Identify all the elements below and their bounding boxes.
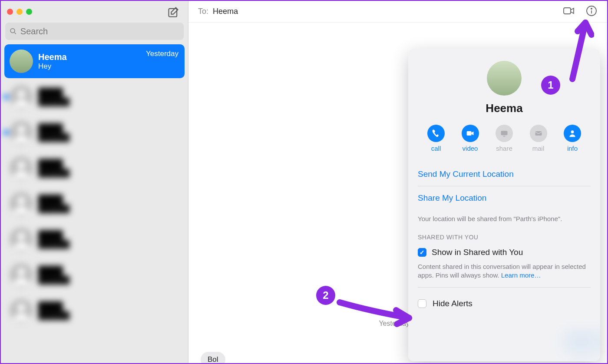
svg-rect-0 xyxy=(169,9,177,17)
compose-button[interactable] xyxy=(167,6,179,18)
avatar xyxy=(10,85,33,109)
hide-alerts-row[interactable]: Hide Alerts xyxy=(418,288,591,313)
mail-icon xyxy=(534,129,543,138)
maximize-window-button[interactable] xyxy=(26,9,32,15)
conversation-item: ██████████ xyxy=(4,294,185,328)
learn-more-link[interactable]: Learn more… xyxy=(501,271,541,279)
conversation-preview: Hey xyxy=(38,62,179,71)
conversation-header: To: Heema xyxy=(188,1,607,23)
call-button[interactable]: call xyxy=(421,125,451,152)
phone-icon xyxy=(432,129,440,138)
shared-with-you-section: SHARED WITH YOU xyxy=(418,234,591,245)
svg-rect-13 xyxy=(501,131,508,135)
annotation-arrow-2 xyxy=(335,294,422,328)
avatar xyxy=(10,156,33,180)
show-in-shared-row[interactable]: Show in Shared with You xyxy=(418,245,591,262)
hide-alerts-label: Hide Alerts xyxy=(433,299,473,308)
window-controls xyxy=(7,9,32,15)
conversation-item: ██████████ xyxy=(4,80,185,114)
conversation-item: ██████████ xyxy=(4,116,185,149)
contact-avatar xyxy=(487,61,522,96)
share-my-location-link[interactable]: Share My Location xyxy=(418,186,591,210)
incoming-message: Bol xyxy=(201,352,225,364)
conversation-item: ██████████ xyxy=(4,187,185,221)
search-icon xyxy=(10,27,17,35)
svg-rect-9 xyxy=(564,8,571,14)
app-window: Heema Hey Yesterday ██████████ █████████… xyxy=(1,1,607,363)
annotation-arrow-1 xyxy=(551,14,594,83)
avatar xyxy=(10,228,33,251)
to-name: Heema xyxy=(213,7,238,16)
share-screen-icon xyxy=(500,129,509,138)
person-icon xyxy=(568,129,577,138)
search-input[interactable] xyxy=(20,26,179,36)
conversation-item: ██████████ xyxy=(4,258,185,292)
avatar xyxy=(10,192,33,215)
video-icon xyxy=(466,129,475,138)
mail-button: mail xyxy=(524,125,553,152)
contact-actions: call video share mail xyxy=(418,125,591,162)
send-current-location-link[interactable]: Send My Current Location xyxy=(418,162,591,186)
svg-point-8 xyxy=(17,304,25,311)
avatar xyxy=(10,121,33,144)
svg-point-7 xyxy=(17,268,25,276)
conversation-item: ██████████ xyxy=(4,222,185,256)
to-label: To: xyxy=(198,7,208,16)
annotation-badge-1: 1 xyxy=(541,76,560,95)
location-hint: Your location will be shared from "Parth… xyxy=(418,210,591,234)
svg-point-5 xyxy=(17,197,25,205)
svg-point-4 xyxy=(17,161,25,169)
minimize-window-button[interactable] xyxy=(17,9,23,15)
svg-point-11 xyxy=(591,8,592,9)
conversation-item[interactable]: Heema Hey Yesterday xyxy=(4,44,185,78)
show-in-shared-checkbox[interactable] xyxy=(418,248,426,257)
svg-point-1 xyxy=(10,29,15,33)
close-window-button[interactable] xyxy=(7,9,13,15)
conversation-time: Yesterday xyxy=(146,50,178,58)
annotation-badge-2: 2 xyxy=(316,286,335,305)
contact-name: Heema xyxy=(418,102,591,115)
avatar xyxy=(10,50,33,73)
unread-dot-icon xyxy=(3,94,9,99)
details-popover: Heema call video share xyxy=(408,49,600,361)
svg-point-2 xyxy=(17,90,25,98)
titlebar xyxy=(1,1,188,23)
share-button: share xyxy=(489,125,519,152)
video-button[interactable]: video xyxy=(456,125,485,152)
svg-point-6 xyxy=(17,232,25,240)
sidebar: Heema Hey Yesterday ██████████ █████████… xyxy=(1,1,188,363)
show-in-shared-label: Show in Shared with You xyxy=(432,248,523,257)
svg-rect-12 xyxy=(466,131,471,136)
unread-dot-icon xyxy=(3,130,9,135)
conversation-item: ██████████ xyxy=(4,151,185,185)
svg-point-3 xyxy=(17,126,25,133)
svg-point-16 xyxy=(571,130,574,133)
info-button[interactable]: info xyxy=(558,125,587,152)
svg-rect-14 xyxy=(503,136,506,137)
search-field[interactable] xyxy=(5,23,184,40)
conversation-list: Heema Hey Yesterday ██████████ █████████… xyxy=(1,44,188,363)
svg-rect-15 xyxy=(535,131,542,136)
avatar xyxy=(10,299,33,322)
shared-hint: Content shared in this conversation will… xyxy=(418,262,591,288)
avatar xyxy=(10,263,33,287)
